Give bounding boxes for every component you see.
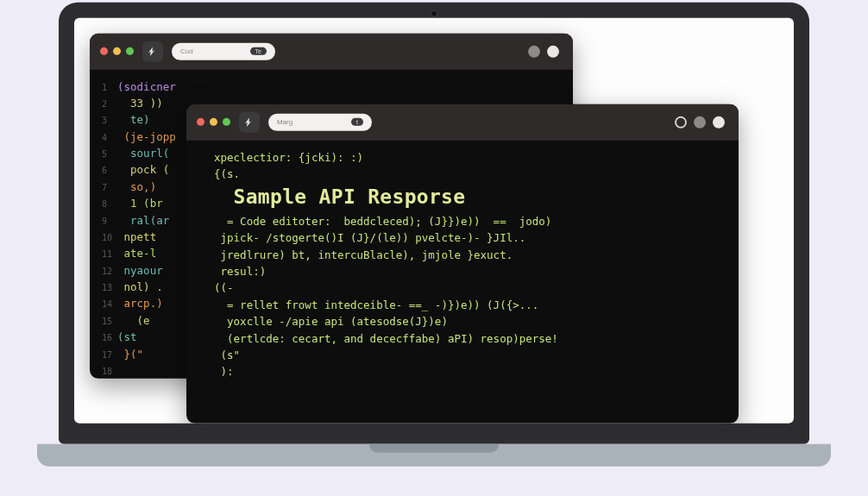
traffic-lights bbox=[197, 118, 230, 126]
laptop-illustration: Cod Te 1(sodicner 2 33 )) 3 te) 4 (je-jo… bbox=[59, 2, 809, 466]
titlebar-right-controls bbox=[675, 116, 725, 128]
control-dot[interactable] bbox=[547, 45, 559, 57]
traffic-lights bbox=[100, 47, 134, 55]
control-dot[interactable] bbox=[528, 45, 540, 57]
editor-window-front: Marg t xpeclectior: {jcki): :) {(s. Samp… bbox=[186, 104, 739, 423]
control-dot[interactable] bbox=[713, 116, 725, 128]
close-dot[interactable] bbox=[100, 47, 108, 55]
titlebar-front: Marg t bbox=[186, 104, 739, 140]
address-pill-back[interactable]: Cod Te bbox=[172, 42, 275, 60]
camera-dot bbox=[431, 9, 437, 16]
addr-text: Marg bbox=[277, 118, 292, 126]
app-icon bbox=[239, 111, 260, 132]
control-dot[interactable] bbox=[675, 116, 687, 128]
address-pill-front[interactable]: Marg t bbox=[268, 113, 372, 130]
close-dot[interactable] bbox=[197, 118, 204, 126]
laptop-base bbox=[37, 443, 831, 466]
titlebar-back: Cod Te bbox=[90, 33, 573, 69]
addr-text: Cod bbox=[180, 47, 193, 55]
code-body-front: xpeclectior: {jcki): :) {(s. Sample API … bbox=[186, 140, 739, 423]
screen: Cod Te 1(sodicner 2 33 )) 3 te) 4 (je-jo… bbox=[74, 17, 794, 423]
app-icon bbox=[142, 41, 163, 61]
maximize-dot[interactable] bbox=[126, 47, 134, 55]
addr-chip: Te bbox=[250, 47, 267, 55]
control-dot[interactable] bbox=[694, 116, 706, 128]
maximize-dot[interactable] bbox=[223, 118, 230, 126]
titlebar-right-controls bbox=[528, 45, 559, 57]
response-heading: Sample API Resporse bbox=[234, 185, 466, 208]
minimize-dot[interactable] bbox=[210, 118, 217, 126]
screen-bezel: Cod Te 1(sodicner 2 33 )) 3 te) 4 (je-jo… bbox=[59, 2, 809, 443]
minimize-dot[interactable] bbox=[113, 47, 121, 55]
addr-chip: t bbox=[351, 118, 363, 126]
